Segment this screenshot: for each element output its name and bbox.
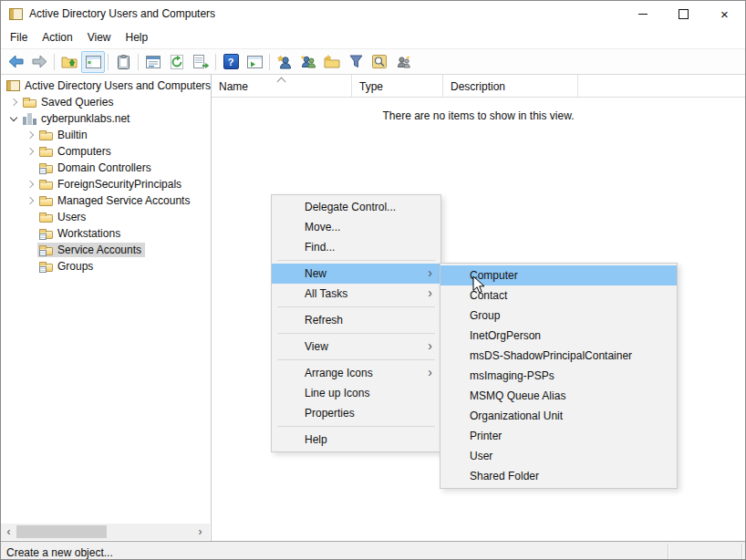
back-button[interactable] (4, 51, 27, 73)
submenu-item[interactable]: Group (440, 306, 677, 326)
tree-expander-icon[interactable] (23, 243, 37, 257)
toolbar-separator (54, 54, 55, 70)
submenu-item[interactable]: InetOrgPerson (440, 326, 677, 346)
tree-item[interactable]: ForeignSecurityPrincipals (1, 176, 211, 192)
column-header[interactable]: Description (443, 75, 578, 97)
window-controls: × (622, 1, 745, 26)
scrollbar-thumb[interactable] (16, 525, 107, 538)
tree-item[interactable]: Workstations (1, 225, 211, 242)
tree-expander-icon[interactable] (6, 111, 21, 126)
tree-item[interactable]: Domain Controllers (1, 160, 211, 176)
tree-item[interactable]: Saved Queries (1, 94, 211, 110)
folder-icon (39, 181, 53, 190)
submenu-arrow-icon: › (428, 338, 432, 353)
scroll-right-arrow-icon[interactable]: › (192, 524, 208, 540)
column-header[interactable]: Name (212, 75, 352, 97)
toolbar-separator (269, 54, 270, 70)
new-user-button[interactable] (273, 51, 296, 73)
submenu-arrow-icon: › (428, 265, 432, 280)
minimize-icon (638, 14, 648, 15)
clipboard-button[interactable] (111, 51, 135, 73)
tree-item[interactable]: Service Accounts (1, 242, 211, 258)
submenu-item[interactable]: msImaging-PSPs (440, 366, 677, 386)
context-menu-item[interactable]: Delegate Control... › (272, 197, 440, 217)
show-console-tree-button[interactable] (81, 51, 105, 73)
tree-expander-icon[interactable] (23, 193, 37, 208)
up-one-level-button[interactable] (57, 51, 81, 73)
sort-ascending-icon (276, 78, 285, 87)
tree-item[interactable]: Computers (1, 143, 211, 160)
submenu-item[interactable]: Organizational Unit (440, 406, 677, 426)
context-menu-item[interactable]: Arrange Icons › (272, 363, 440, 383)
tree-item[interactable]: cyberpunklabs.net (1, 110, 211, 127)
refresh-button[interactable] (165, 51, 189, 73)
context-menu-item[interactable]: All Tasks › (272, 284, 440, 304)
submenu-arrow-icon: › (428, 365, 432, 379)
context-menu-item[interactable]: New › (272, 264, 440, 284)
console-tree-icon (86, 56, 101, 68)
tree-expander-icon[interactable] (23, 259, 37, 274)
maximize-button[interactable] (663, 1, 704, 26)
submenu-item[interactable]: User (440, 446, 677, 466)
mmc-icon (6, 80, 20, 91)
properties-window-button[interactable] (141, 51, 165, 73)
app-mmc-icon (9, 8, 23, 20)
menu-bar-item[interactable]: Action (35, 27, 79, 47)
help-icon: ? (223, 54, 239, 69)
find-button[interactable] (368, 51, 391, 73)
scroll-left-arrow-icon[interactable]: ‹ (1, 524, 16, 540)
submenu-item[interactable]: Shared Folder (440, 466, 677, 486)
submenu-item[interactable]: msDS-ShadowPrincipalContainer (440, 346, 677, 366)
help-button[interactable]: ? (219, 51, 243, 73)
column-header[interactable]: Type (352, 75, 443, 97)
folder-icon (39, 214, 53, 223)
status-text: Create a new object... (6, 546, 113, 559)
submenu-item[interactable]: Printer (440, 426, 677, 446)
tree-expander-icon[interactable] (23, 177, 37, 192)
new-window-button[interactable] (243, 51, 266, 73)
folder-up-icon (61, 55, 78, 68)
menu-bar-item[interactable]: File (3, 27, 35, 47)
special-permissions-button[interactable] (391, 51, 415, 73)
tree-expander-icon[interactable] (23, 226, 37, 241)
properties-window-icon (146, 56, 161, 68)
tree-expander-icon[interactable] (23, 161, 37, 175)
tree-item[interactable]: Managed Service Accounts (1, 192, 211, 209)
filter-button[interactable] (344, 51, 368, 73)
tree-expander-icon[interactable] (6, 95, 21, 109)
context-menu-item[interactable]: Properties › (272, 403, 440, 423)
toolbar-separator (108, 54, 109, 70)
tree-item[interactable]: Active Directory Users and Computers (1, 78, 211, 94)
folder-icon (39, 149, 53, 157)
toolbar-separator (138, 54, 139, 70)
context-menu-item[interactable]: Find... › (272, 237, 440, 257)
menu-bar-item[interactable]: Help (119, 27, 156, 47)
tree-expander-icon[interactable] (23, 144, 37, 159)
special-permissions-icon (396, 55, 411, 68)
menu-separator (277, 306, 435, 307)
menu-separator (277, 359, 435, 360)
context-menu-item[interactable]: View › (272, 337, 440, 357)
submenu-item[interactable]: MSMQ Queue Alias (440, 386, 677, 406)
tree-item[interactable]: Users (1, 209, 211, 225)
minimize-button[interactable] (622, 1, 663, 26)
export-list-icon (193, 55, 209, 68)
back-icon (8, 55, 24, 68)
context-menu-item[interactable]: Line up Icons › (272, 383, 440, 403)
tree-item[interactable]: Groups (1, 258, 211, 275)
tree-expander-icon[interactable] (23, 210, 37, 224)
tree-item[interactable]: Builtin (1, 127, 211, 143)
horizontal-scrollbar[interactable]: ‹ › (1, 524, 210, 540)
context-menu-item[interactable]: Refresh › (272, 310, 440, 330)
new-user-icon (277, 55, 292, 69)
app-window: Active Directory Users and Computers × F… (0, 0, 746, 560)
tree-expander-icon[interactable] (23, 128, 37, 142)
new-organizational-unit-button[interactable] (320, 51, 344, 73)
close-button[interactable]: × (704, 1, 745, 26)
export-list-button[interactable] (189, 51, 212, 73)
context-menu-item[interactable]: Move... › (272, 217, 440, 237)
new-group-button[interactable] (296, 51, 320, 73)
menu-bar-item[interactable]: View (80, 27, 119, 47)
context-menu-item[interactable]: Help › (272, 430, 440, 450)
forward-button[interactable] (27, 51, 51, 73)
